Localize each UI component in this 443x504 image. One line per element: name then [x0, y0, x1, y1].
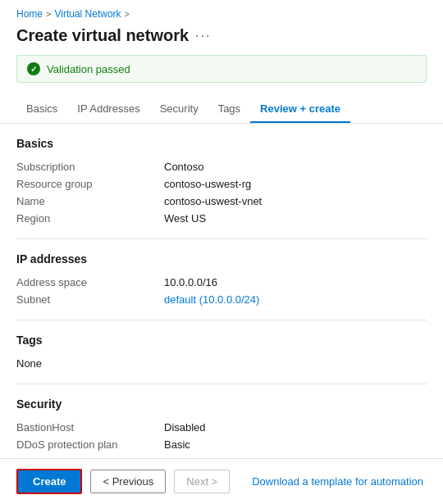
previous-button[interactable]: < Previous — [90, 470, 166, 493]
field-resource-group-value: contoso-uswest-rg — [164, 178, 251, 190]
next-button[interactable]: Next > — [174, 470, 230, 493]
divider-1 — [16, 238, 427, 239]
section-tags-title: Tags — [16, 334, 427, 347]
field-subnet: Subnet default (10.0.0.0/24) — [16, 291, 427, 308]
create-button[interactable]: Create — [16, 469, 82, 494]
tab-security[interactable]: Security — [150, 96, 208, 123]
breadcrumb-sep1: > — [46, 9, 51, 19]
download-template-link[interactable]: Download a template for automation — [249, 470, 427, 493]
content-area: Basics Subscription Contoso Resource gro… — [0, 124, 443, 504]
field-name-label: Name — [16, 195, 164, 207]
field-region: Region West US — [16, 210, 427, 227]
tab-review-create[interactable]: Review + create — [250, 96, 350, 123]
validation-text: Validation passed — [47, 63, 130, 75]
field-subscription: Subscription Contoso — [16, 158, 427, 175]
page-title: Create virtual network — [16, 26, 189, 45]
page-header: Create virtual network ··· — [0, 23, 443, 55]
breadcrumb: Home > Virtual Network > — [0, 0, 443, 23]
field-tags-none-value: None — [16, 357, 42, 370]
field-ddos: DDoS protection plan Basic — [16, 436, 427, 453]
breadcrumb-home[interactable]: Home — [16, 8, 43, 20]
field-region-label: Region — [16, 212, 164, 225]
tab-ip-addresses[interactable]: IP Addresses — [67, 96, 149, 123]
breadcrumb-sep2: > — [125, 9, 130, 19]
tabs-container: Basics IP Addresses Security Tags Review… — [0, 96, 443, 124]
field-tags-none: None — [16, 355, 427, 372]
field-ddos-value: Basic — [164, 438, 190, 451]
validation-check-icon — [27, 62, 40, 75]
field-subnet-value[interactable]: default (10.0.0.0/24) — [164, 293, 259, 306]
section-basics-title: Basics — [16, 137, 427, 150]
field-name-value: contoso-uswest-vnet — [164, 195, 262, 207]
field-address-space-value: 10.0.0.0/16 — [164, 276, 217, 288]
more-options-icon[interactable]: ··· — [195, 29, 211, 43]
breadcrumb-virtual-network[interactable]: Virtual Network — [54, 8, 121, 20]
validation-banner: Validation passed — [16, 55, 427, 83]
field-subscription-label: Subscription — [16, 161, 164, 173]
field-address-space-label: Address space — [16, 276, 164, 288]
tab-basics[interactable]: Basics — [16, 96, 67, 123]
divider-2 — [16, 320, 427, 320]
divider-3 — [16, 384, 427, 384]
field-bastion-host-value: Disabled — [164, 421, 206, 434]
field-resource-group: Resource group contoso-uswest-rg — [16, 175, 427, 193]
footer: Create < Previous Next > Download a temp… — [0, 458, 443, 504]
field-subnet-label: Subnet — [16, 293, 164, 306]
field-bastion-host: BastionHost Disabled — [16, 419, 427, 436]
field-region-value: West US — [164, 212, 206, 225]
field-subscription-value: Contoso — [164, 161, 203, 173]
field-bastion-host-label: BastionHost — [16, 421, 164, 434]
field-ddos-label: DDoS protection plan — [16, 438, 164, 451]
field-resource-group-label: Resource group — [16, 178, 164, 190]
section-ip-title: IP addresses — [16, 252, 427, 266]
section-security-title: Security — [16, 397, 427, 411]
tab-tags[interactable]: Tags — [208, 96, 250, 123]
field-name: Name contoso-uswest-vnet — [16, 193, 427, 210]
field-address-space: Address space 10.0.0.0/16 — [16, 274, 427, 291]
